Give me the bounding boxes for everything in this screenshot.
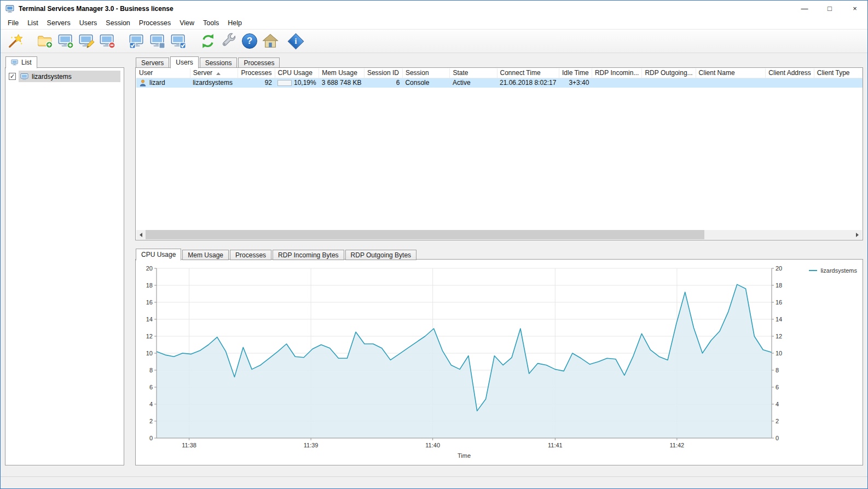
table-row[interactable]: lizard lizardsystems 92 10,19%	[136, 78, 863, 88]
menu-servers[interactable]: Servers	[43, 18, 75, 28]
col-session-id[interactable]: Session ID	[364, 68, 402, 78]
tree-item-lizardsystems[interactable]: ✓ lizardsystems	[7, 71, 122, 82]
edit-server-button[interactable]	[76, 31, 97, 51]
svg-text:11:42: 11:42	[670, 442, 685, 448]
menu-tools[interactable]: Tools	[199, 18, 223, 28]
about-button[interactable]: i	[285, 31, 306, 51]
col-user[interactable]: User	[136, 68, 190, 78]
tab-rdp-outgoing-label: RDP Outgoing Bytes	[351, 251, 412, 259]
home-button[interactable]	[260, 31, 281, 51]
svg-text:12: 12	[146, 333, 153, 340]
computer-plus-icon	[57, 33, 74, 49]
svg-text:18: 18	[146, 282, 153, 289]
computer-check-icon	[170, 33, 187, 49]
cpu-usage-chart-panel: 002244668810101212141416161818202011:381…	[135, 259, 863, 465]
info-glyph: i	[294, 37, 297, 45]
refresh-button[interactable]	[198, 31, 218, 51]
col-rdp-outgoing[interactable]: RDP Outgoing...	[642, 68, 696, 78]
col-server[interactable]: Server	[190, 68, 238, 78]
col-client-name[interactable]: Client Name	[696, 68, 766, 78]
tab-mem-usage[interactable]: Mem Usage	[182, 250, 229, 260]
cell-connect-time: 21.06.2018 8:02:17	[497, 78, 559, 88]
title-bar: Terminal Services Manager 3.0 - Business…	[1, 1, 867, 17]
menu-processes[interactable]: Processes	[135, 18, 175, 28]
tab-users[interactable]: Users	[170, 56, 198, 68]
disconnect-button[interactable]	[147, 31, 168, 51]
status-bar	[1, 476, 867, 488]
magic-wand-icon	[7, 33, 24, 49]
close-button[interactable]: ×	[842, 1, 867, 17]
menu-help[interactable]: Help	[223, 18, 246, 28]
cell-idle-time: 3+3:40	[559, 78, 592, 88]
tab-processes[interactable]: Processes	[238, 57, 280, 68]
tab-rdp-incoming[interactable]: RDP Incoming Bytes	[273, 250, 344, 260]
wrench-icon	[221, 33, 237, 49]
svg-text:Time: Time	[458, 452, 471, 459]
cell-rdp-incoming	[592, 78, 641, 88]
scroll-left-button[interactable]	[136, 230, 146, 239]
wizard-button[interactable]	[5, 31, 26, 51]
svg-text:6: 6	[776, 384, 779, 390]
users-table-panel: User Server Processes CPU Usage Mem Usag…	[135, 67, 863, 240]
svg-text:18: 18	[776, 282, 782, 289]
add-group-button[interactable]	[34, 31, 55, 51]
menu-session[interactable]: Session	[101, 18, 134, 28]
splitter[interactable]	[135, 241, 863, 248]
cell-client-type	[814, 78, 862, 88]
svg-text:16: 16	[146, 299, 153, 306]
tab-servers[interactable]: Servers	[136, 57, 169, 68]
col-connect-time[interactable]: Connect Time	[497, 68, 559, 78]
cpu-usage-bar	[277, 80, 292, 86]
svg-text:4: 4	[776, 401, 779, 407]
cell-client-address	[766, 78, 814, 88]
tab-list[interactable]: List	[5, 56, 37, 68]
col-client-type[interactable]: Client Type	[814, 68, 862, 78]
tab-servers-label: Servers	[141, 59, 164, 67]
home-icon	[262, 33, 279, 49]
connect-button[interactable]	[126, 31, 147, 51]
add-server-button[interactable]	[55, 31, 76, 51]
minimize-button[interactable]: —	[792, 1, 817, 17]
remove-server-button[interactable]	[97, 31, 118, 51]
tab-cpu-usage[interactable]: CPU Usage	[136, 249, 181, 261]
menu-list[interactable]: List	[23, 18, 42, 28]
maximize-button[interactable]: □	[817, 1, 842, 17]
server-checkbox[interactable]: ✓	[9, 73, 16, 80]
tree-item-selection[interactable]: lizardsystems	[19, 71, 120, 82]
menu-view[interactable]: View	[175, 18, 199, 28]
toolbar: ? i	[1, 29, 867, 53]
help-button[interactable]: ?	[239, 31, 260, 51]
col-client-address[interactable]: Client Address	[766, 68, 814, 78]
reconnect-button[interactable]	[168, 31, 189, 51]
scrollbar-thumb[interactable]	[146, 230, 704, 239]
scroll-right-button[interactable]	[853, 230, 862, 239]
server-tree: ✓ lizardsystems	[5, 67, 124, 465]
menu-file[interactable]: File	[3, 18, 23, 28]
col-rdp-incoming[interactable]: RDP Incomin...	[592, 68, 641, 78]
svg-text:12: 12	[776, 333, 782, 340]
col-cpu-usage[interactable]: CPU Usage	[275, 68, 319, 78]
tab-mem-usage-label: Mem Usage	[188, 251, 223, 259]
window-controls: — □ ×	[792, 1, 867, 17]
col-state[interactable]: State	[450, 68, 497, 78]
col-idle-time[interactable]: Idle Time	[559, 68, 592, 78]
menu-users[interactable]: Users	[75, 18, 102, 28]
cell-mem-usage: 3 688 748 KB	[319, 78, 364, 88]
scrollbar-track[interactable]	[146, 230, 853, 239]
col-mem-usage[interactable]: Mem Usage	[319, 68, 364, 78]
computer-connect-icon	[129, 33, 145, 49]
settings-button[interactable]	[218, 31, 239, 51]
detail-panel: Servers Users Sessions Processes User Se…	[135, 56, 863, 465]
tab-sessions[interactable]: Sessions	[200, 57, 238, 68]
svg-text:20: 20	[776, 265, 782, 272]
cell-state: Active	[450, 78, 497, 88]
tab-chart-processes[interactable]: Processes	[230, 250, 271, 260]
refresh-icon	[200, 33, 216, 49]
main-tabs: Servers Users Sessions Processes	[135, 56, 863, 68]
computer-remove-icon	[99, 33, 115, 49]
svg-text:11:39: 11:39	[304, 442, 319, 448]
tab-rdp-outgoing[interactable]: RDP Outgoing Bytes	[345, 250, 417, 260]
col-session[interactable]: Session	[402, 68, 450, 78]
col-processes[interactable]: Processes	[238, 68, 275, 78]
chart-tabs: CPU Usage Mem Usage Processes RDP Incomi…	[135, 248, 863, 260]
